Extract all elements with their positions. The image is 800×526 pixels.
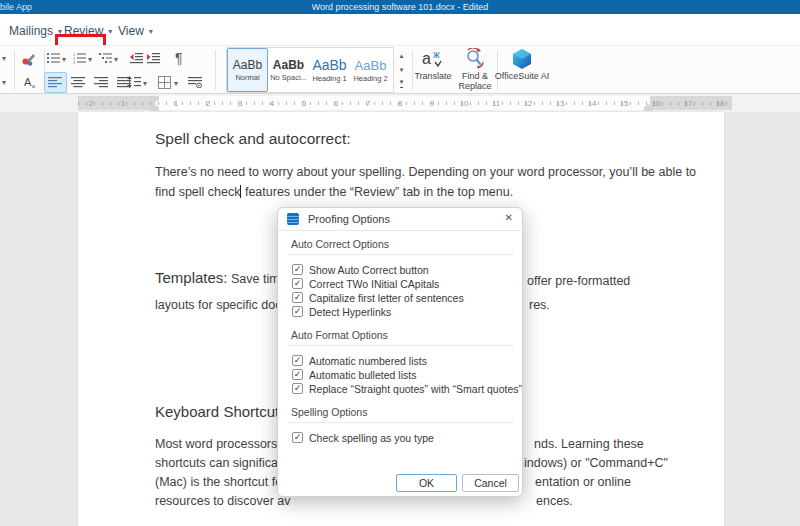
toolbar-overflow-caret[interactable]: ▾ [2,54,6,63]
close-icon[interactable]: ✕ [505,212,513,223]
proofing-pen-icon [21,52,37,66]
checkbox-option[interactable]: ✓ Correct TWo INitial CApitals [292,277,439,290]
numbered-list-caret[interactable]: ▾ [88,55,92,64]
translate-label: Translate [413,71,453,81]
ruler-number: 1 [121,99,125,108]
style-item-normal[interactable]: AaBb Normal [227,48,268,92]
bullet-list-icon [47,52,60,64]
style-item-heading2[interactable]: AaBb Heading 2 [350,48,391,92]
doc-kb-line4-left: resources to discover av [155,494,290,508]
checkbox-option[interactable]: ✓ Detect Hyperlinks [292,305,391,318]
translate-icon: a ж [421,48,445,70]
ruler-number: 14 [588,99,597,108]
officesuite-ai-label: OfficeSuite AI [491,71,553,81]
ruler-number: 16 [652,99,661,108]
bullet-list-button[interactable] [47,52,60,64]
cancel-button[interactable]: Cancel [462,474,519,492]
dialog-title: Proofing Options [308,213,390,225]
doc-heading-keyboard: Keyboard Shortcut [155,403,279,420]
doc-kb-line3-left: (Mac) is the shortcut for [155,475,286,489]
checkbox-checked[interactable]: ✓ [292,264,303,275]
find-replace-label-line2: Replace [455,81,495,91]
proofing-pen-button[interactable] [20,51,38,67]
checkbox-checked[interactable]: ✓ [292,292,303,303]
menu-tab-view[interactable]: View ▾ [118,22,153,40]
paragraph-marks-button[interactable]: ¶ [175,50,183,66]
ruler-number: 13 [556,99,565,108]
chevron-down-icon: ▾ [108,27,112,36]
dialog-divider [278,230,524,231]
app-titlebar: bile App Word processing software 101.do… [0,0,800,14]
styles-scroll-up-button[interactable]: ▴ [395,49,408,62]
numbered-list-button[interactable]: 1 2 3 [73,52,86,64]
window-title: Word processing software 101.docx - Edit… [0,2,800,12]
ruler-number: 2 [206,99,210,108]
line-spacing-button[interactable] [127,76,141,88]
multilevel-list-button[interactable] [99,52,112,64]
styles-gallery-expand-button[interactable]: ▾ [395,77,408,90]
bullet-list-caret[interactable]: ▾ [62,55,66,64]
toolbar-separator [412,50,413,90]
checkbox-checked[interactable]: ✓ [292,355,303,366]
doc-templates-line1-left: Templates: Save time [155,269,287,287]
svg-text:3: 3 [73,60,76,64]
ok-button[interactable]: OK [396,474,457,492]
align-left-button[interactable] [48,76,62,88]
line-spacing-caret[interactable]: ▾ [143,79,147,88]
doc-templates-line1-right: offer pre-formatted [527,274,630,288]
borders-caret[interactable]: ▾ [174,79,178,88]
borders-button[interactable] [158,76,171,89]
checkbox-checked[interactable]: ✓ [292,383,303,394]
officesuite-ai-button[interactable] [509,48,535,70]
borders-icon [158,76,171,89]
multilevel-list-caret[interactable]: ▾ [114,55,118,64]
checkbox-checked[interactable]: ✓ [292,432,303,443]
ruler: 21123456789101112131415161718 [0,94,800,112]
ruler-number: 17 [684,99,693,108]
section-label-autoformat: Auto Format Options [291,329,388,341]
align-left-icon [48,76,62,88]
translate-button[interactable]: a ж [420,48,446,70]
style-item-heading1[interactable]: AaBb Heading 1 [309,48,350,92]
doc-paragraph-line: find spell check features under the “Rev… [155,185,513,199]
doc-kb-line2-right: indows) or "Command+C" [524,456,668,470]
ruler-number: 18 [716,99,725,108]
align-center-button[interactable] [71,76,85,88]
styles-scroll-down-button[interactable]: ▾ [395,63,408,76]
checkbox-option[interactable]: ✓ Automatic numbered lists [292,354,427,367]
line-spacing-icon [127,76,141,88]
ruler-number: 11 [492,99,500,108]
increase-indent-button[interactable] [147,52,160,64]
align-right-icon [94,76,108,88]
doc-heading-spell-check: Spell check and autocorrect: [155,130,351,148]
checkbox-option[interactable]: ✓ Check spelling as you type [292,431,434,444]
officesuite-ai-hexagon-icon [510,48,534,70]
page-settings-button[interactable] [188,76,202,88]
checkbox-option[interactable]: ✓ Automatic bulleted lists [292,368,416,381]
align-right-button[interactable] [94,76,108,88]
decrease-indent-button[interactable] [130,52,143,64]
style-item-no-spacing[interactable]: AaBb No Spaci... [268,48,309,92]
toolbar-separator [215,50,216,90]
ruler-number: 7 [366,99,370,108]
ruler-number: 3 [238,99,242,108]
ruler-number: 1 [174,99,178,108]
checkbox-option[interactable]: ✓ Show Auto Correct button [292,263,429,276]
font-options-button[interactable]: A o [21,74,39,90]
toolbar-overflow-caret[interactable]: ▾ [2,78,6,87]
checkbox-option[interactable]: ✓ Replace “Straight quotes” with “Smart … [292,382,522,395]
checkbox-checked[interactable]: ✓ [292,278,303,289]
toolbar: ▾ ▾ A o ▾ 1 2 3 ▾ [0,45,800,94]
page-settings-icon [188,76,202,88]
ruler-number: 6 [334,99,338,108]
doc-kb-line2-left: shortcuts can significant [155,456,288,470]
align-center-icon [71,76,85,88]
section-label-autocorrect: Auto Correct Options [291,238,389,250]
checkbox-option[interactable]: ✓ Capitalize first letter of sentences [292,291,464,304]
checkbox-checked[interactable]: ✓ [292,306,303,317]
find-replace-button[interactable] [463,48,487,70]
checkbox-checked[interactable]: ✓ [292,369,303,380]
ruler-number: 4 [270,99,274,108]
multilevel-list-icon [99,52,112,64]
ruler-numbers: 21123456789101112131415161718 [0,94,800,112]
